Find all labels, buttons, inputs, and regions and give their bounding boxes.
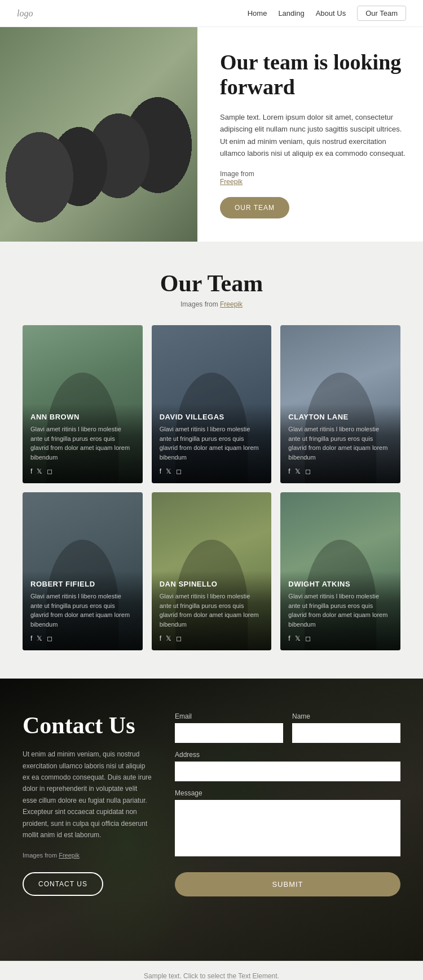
twitter-icon[interactable]: 𝕏 [37,467,42,475]
nav-our-team[interactable]: Our Team [357,6,406,21]
contact-image-credit: Images from Freepik [23,852,152,859]
form-row-address: Address [175,751,400,781]
message-label: Message [175,789,400,797]
hero-section: Our team is looking forward Sample text.… [0,27,423,242]
team-social: f 𝕏 ◻ [160,635,264,642]
team-section-title: Our Team [23,270,400,297]
twitter-icon[interactable]: 𝕏 [37,635,42,642]
team-member-name: DAN SPINELLO [160,580,264,588]
form-group-email: Email [175,712,283,743]
team-card-dwight-atkins: DWIGHT ATKINS Glavi amet ritinis l liber… [280,492,400,650]
contact-inner: Contact Us Ut enim ad minim veniam, quis… [0,679,423,930]
team-card-ann-brown: ANN BROWN Glavi amet ritinis l libero mo… [23,325,143,483]
instagram-icon[interactable]: ◻ [176,467,182,475]
team-card-overlay: ROBERT FIFIELD Glavi amet ritinis l libe… [23,571,143,650]
team-card-david-villegas: DAVID VILLEGAS Glavi amet ritinis l libe… [152,325,272,483]
twitter-icon[interactable]: 𝕏 [166,467,171,475]
hero-content: Our team is looking forward Sample text.… [197,27,423,242]
contact-freepik-link[interactable]: Freepik [59,852,80,859]
team-card-overlay: DAN SPINELLO Glavi amet ritinis l libero… [152,571,272,650]
team-freepik-link[interactable]: Freepik [220,300,243,308]
logo: logo [17,8,33,19]
name-label: Name [292,712,400,720]
contact-section: Contact Us Ut enim ad minim veniam, quis… [0,679,423,961]
team-social: f 𝕏 ◻ [160,467,264,475]
nav-home[interactable]: Home [248,9,267,18]
team-card-overlay: DAVID VILLEGAS Glavi amet ritinis l libe… [152,404,272,483]
address-label: Address [175,751,400,759]
hero-image-placeholder [0,27,197,242]
email-label: Email [175,712,283,720]
twitter-icon[interactable]: 𝕏 [295,467,301,475]
team-member-name: CLAYTON LANE [288,413,393,421]
team-member-name: DAVID VILLEGAS [160,413,264,421]
team-card-robert-fifield: ROBERT FIFIELD Glavi amet ritinis l libe… [23,492,143,650]
contact-title: Contact Us [23,712,152,738]
hero-image-credit: Image from Freepik [220,170,406,186]
hero-image [0,27,197,242]
team-member-desc: Glavi amet ritinis l libero molestie ant… [160,425,264,462]
team-social: f 𝕏 ◻ [288,467,393,475]
team-card-dan-spinello: DAN SPINELLO Glavi amet ritinis l libero… [152,492,272,650]
form-group-address: Address [175,751,400,781]
contact-left: Contact Us Ut enim ad minim veniam, quis… [23,712,152,896]
nav-landing[interactable]: Landing [278,9,304,18]
team-member-desc: Glavi amet ritinis l libero molestie ant… [160,592,264,629]
hero-freepik-link[interactable]: Freepik [220,178,243,186]
facebook-icon[interactable]: f [288,635,290,642]
nav-links: Home Landing About Us Our Team [248,6,406,21]
team-card-overlay: ANN BROWN Glavi amet ritinis l libero mo… [23,404,143,483]
facebook-icon[interactable]: f [160,467,161,475]
footer-text: Sample text. Click to select the Text El… [144,972,279,980]
instagram-icon[interactable]: ◻ [305,635,311,642]
team-member-desc: Glavi amet ritinis l libero molestie ant… [288,592,393,629]
form-group-message: Message [175,789,400,856]
facebook-icon[interactable]: f [30,467,32,475]
team-social: f 𝕏 ◻ [30,467,135,475]
team-member-name: ANN BROWN [30,413,135,421]
team-member-desc: Glavi amet ritinis l libero molestie ant… [288,425,393,462]
facebook-icon[interactable]: f [30,635,32,642]
team-member-desc: Glavi amet ritinis l libero molestie ant… [30,592,135,629]
address-input[interactable] [175,762,400,781]
navbar: logo Home Landing About Us Our Team [0,0,423,27]
email-input[interactable] [175,723,283,743]
instagram-icon[interactable]: ◻ [305,467,311,475]
team-grid: ANN BROWN Glavi amet ritinis l libero mo… [23,325,400,650]
contact-us-button[interactable]: CONTACT US [23,872,103,896]
twitter-icon[interactable]: 𝕏 [295,635,301,642]
twitter-icon[interactable]: 𝕏 [166,635,171,642]
facebook-icon[interactable]: f [160,635,161,642]
instagram-icon[interactable]: ◻ [47,635,52,642]
hero-title: Our team is looking forward [220,50,406,99]
facebook-icon[interactable]: f [288,467,290,475]
team-social: f 𝕏 ◻ [30,635,135,642]
name-input[interactable] [292,723,400,743]
team-social: f 𝕏 ◻ [288,635,393,642]
instagram-icon[interactable]: ◻ [47,467,52,475]
submit-button[interactable]: SUBMIT [175,872,400,896]
instagram-icon[interactable]: ◻ [176,635,182,642]
team-credit: Images from Freepik [23,300,400,308]
team-card-overlay: CLAYTON LANE Glavi amet ritinis l libero… [280,404,400,483]
hero-description: Sample text. Lorem ipsum dolor sit amet,… [220,111,406,160]
team-card-clayton-lane: CLAYTON LANE Glavi amet ritinis l libero… [280,325,400,483]
contact-form: Email Name Address Message [175,712,400,896]
hero-cta-button[interactable]: OUR TEAM [220,197,289,218]
team-section: Our Team Images from Freepik ANN BROWN G… [0,242,423,679]
form-row-email-name: Email Name [175,712,400,743]
team-member-desc: Glavi amet ritinis l libero molestie ant… [30,425,135,462]
form-group-name: Name [292,712,400,743]
message-textarea[interactable] [175,800,400,856]
contact-description: Ut enim ad minim veniam, quis nostrud ex… [23,749,152,841]
footer: Sample text. Click to select the Text El… [0,961,423,980]
form-row-message: Message [175,789,400,856]
team-member-name: DWIGHT ATKINS [288,580,393,588]
nav-about[interactable]: About Us [316,9,346,18]
team-member-name: ROBERT FIFIELD [30,580,135,588]
team-card-overlay: DWIGHT ATKINS Glavi amet ritinis l liber… [280,571,400,650]
